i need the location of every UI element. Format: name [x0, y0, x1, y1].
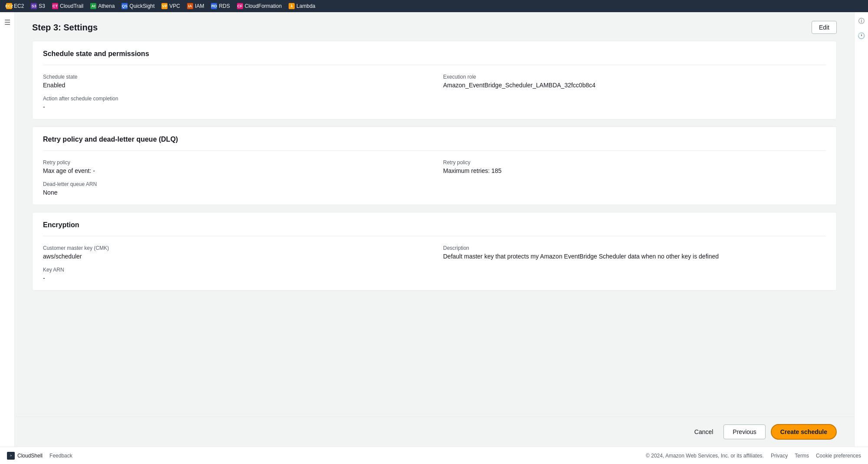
retry-policy-label-1: Retry policy: [43, 159, 426, 166]
nav-quicksight[interactable]: QS QuickSight: [119, 2, 157, 10]
encryption-title: Encryption: [43, 221, 826, 236]
right-sidebar: ⓘ 🕐: [854, 12, 868, 447]
nav-rds[interactable]: RD RDS: [208, 2, 232, 10]
execution-role-value: Amazon_EventBridge_Scheduler_LAMBDA_32fc…: [443, 82, 826, 89]
nav-lambda[interactable]: λ Lambda: [286, 2, 318, 10]
quicksight-icon: QS: [122, 3, 128, 9]
action-after-label: Action after schedule completion: [43, 96, 826, 102]
info-icon[interactable]: ⓘ: [857, 16, 866, 27]
dlq-arn-value: None: [43, 189, 826, 196]
schedule-state-value: Enabled: [43, 82, 426, 89]
edit-button[interactable]: Edit: [812, 21, 837, 34]
ec2-icon: EC2: [6, 3, 12, 9]
step-header: Step 3: Settings Edit: [32, 21, 837, 34]
key-arn-field: Key ARN -: [43, 267, 826, 282]
key-arn-value: -: [43, 275, 826, 282]
max-age-value: Max age of event: -: [43, 167, 426, 174]
iam-icon: IA: [187, 3, 193, 9]
retry-policy-label-2: Retry policy: [443, 159, 826, 166]
key-arn-label: Key ARN: [43, 267, 826, 273]
retry-policy-title: Retry policy and dead-letter queue (DLQ): [43, 136, 826, 151]
retry-policy-fields: Retry policy Max age of event: - Retry p…: [43, 159, 826, 174]
main-content: Step 3: Settings Edit Schedule state and…: [15, 12, 854, 447]
schedule-state-title: Schedule state and permissions: [43, 50, 826, 65]
nav-vpc[interactable]: VP VPC: [159, 2, 183, 10]
description-value: Default master key that protects my Amaz…: [443, 253, 826, 260]
rds-icon: RD: [211, 3, 217, 9]
create-schedule-button[interactable]: Create schedule: [771, 424, 837, 440]
retry-policy-left-field: Retry policy Max age of event: -: [43, 159, 426, 174]
nav-athena[interactable]: At Athena: [88, 2, 117, 10]
action-bar: Cancel Previous Create schedule: [15, 417, 854, 447]
cmk-label: Customer master key (CMK): [43, 245, 426, 251]
dlq-arn-field: Dead-letter queue ARN None: [43, 181, 826, 196]
previous-button[interactable]: Previous: [723, 424, 765, 439]
nav-cloudformation[interactable]: CF CloudFormation: [234, 2, 284, 10]
encryption-fields: Customer master key (CMK) aws/scheduler …: [43, 245, 826, 260]
step-title: Step 3: Settings: [32, 23, 98, 33]
cmk-value: aws/scheduler: [43, 253, 426, 260]
nav-cloudtrail[interactable]: CT CloudTrail: [49, 2, 86, 10]
s3-icon: S3: [31, 3, 37, 9]
execution-role-field: Execution role Amazon_EventBridge_Schedu…: [443, 74, 826, 89]
schedule-state-field: Schedule state Enabled: [43, 74, 426, 89]
hamburger-menu[interactable]: ☰: [2, 16, 13, 29]
action-after-value: -: [43, 103, 826, 110]
cloudformation-icon: CF: [237, 3, 243, 9]
schedule-state-label: Schedule state: [43, 74, 426, 80]
schedule-state-fields: Schedule state Enabled Execution role Am…: [43, 74, 826, 89]
clock-icon[interactable]: 🕐: [856, 30, 867, 41]
cloudtrail-icon: CT: [52, 3, 58, 9]
top-navigation: EC2 EC2 S3 S3 CT CloudTrail At Athena QS…: [0, 0, 868, 12]
dlq-arn-label: Dead-letter queue ARN: [43, 181, 826, 187]
description-field: Description Default master key that prot…: [443, 245, 826, 260]
athena-icon: At: [90, 3, 96, 9]
action-after-field: Action after schedule completion -: [43, 96, 826, 110]
nav-ec2[interactable]: EC2 EC2: [3, 2, 26, 10]
retry-policy-right-field: Retry policy Maximum retries: 185: [443, 159, 826, 174]
description-label: Description: [443, 245, 826, 251]
cancel-button[interactable]: Cancel: [689, 425, 719, 439]
schedule-state-section: Schedule state and permissions Schedule …: [32, 41, 837, 119]
left-sidebar: ☰: [0, 12, 15, 447]
retry-policy-section: Retry policy and dead-letter queue (DLQ)…: [32, 126, 837, 205]
maximum-retries-value: Maximum retries: 185: [443, 167, 826, 174]
execution-role-label: Execution role: [443, 74, 826, 80]
cmk-field: Customer master key (CMK) aws/scheduler: [43, 245, 426, 260]
lambda-icon: λ: [289, 3, 295, 9]
vpc-icon: VP: [161, 3, 168, 9]
nav-s3[interactable]: S3 S3: [28, 2, 48, 10]
nav-iam[interactable]: IA IAM: [184, 2, 207, 10]
encryption-section: Encryption Customer master key (CMK) aws…: [32, 212, 837, 291]
